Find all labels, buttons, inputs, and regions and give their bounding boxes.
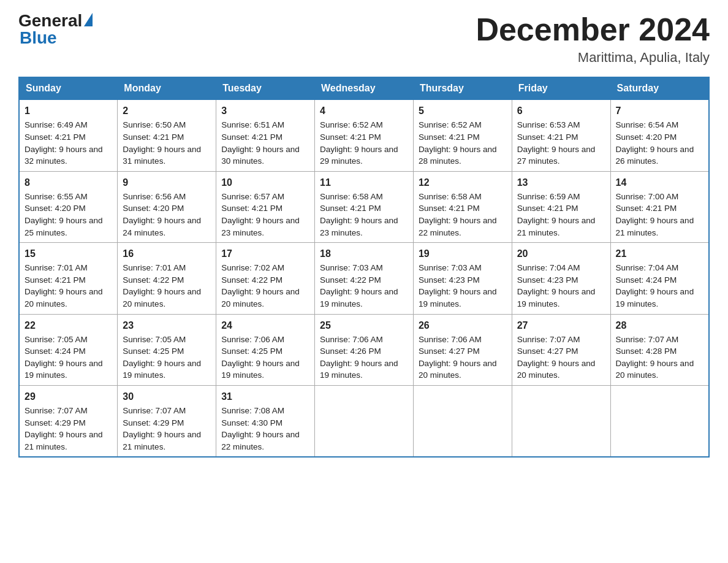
daylight-text: Daylight: 9 hours and 23 minutes. <box>320 216 398 237</box>
day-number: 16 <box>123 247 211 261</box>
day-number: 8 <box>25 175 112 190</box>
day-number: 30 <box>123 389 211 404</box>
day-number: 10 <box>221 175 309 190</box>
daylight-text: Daylight: 9 hours and 19 minutes. <box>320 359 398 380</box>
sunset-text: Sunset: 4:22 PM <box>123 275 184 285</box>
calendar-cell <box>413 385 512 457</box>
calendar-cell: 23Sunrise: 7:05 AMSunset: 4:25 PMDayligh… <box>118 314 216 385</box>
sunset-text: Sunset: 4:21 PM <box>221 132 282 142</box>
sunset-text: Sunset: 4:21 PM <box>419 132 480 142</box>
daylight-text: Daylight: 9 hours and 19 minutes. <box>123 359 201 380</box>
sunrise-text: Sunrise: 6:54 AM <box>616 120 679 129</box>
daylight-text: Daylight: 9 hours and 22 minutes. <box>419 216 497 237</box>
calendar-cell: 2Sunrise: 6:50 AMSunset: 4:21 PMDaylight… <box>118 99 216 171</box>
day-number: 2 <box>123 104 211 118</box>
sunset-text: Sunset: 4:24 PM <box>25 347 86 356</box>
sunrise-text: Sunrise: 7:01 AM <box>25 263 88 272</box>
calendar-week-row: 22Sunrise: 7:05 AMSunset: 4:24 PMDayligh… <box>19 314 709 385</box>
day-number: 11 <box>320 175 408 190</box>
daylight-text: Daylight: 9 hours and 20 minutes. <box>517 359 596 380</box>
sunrise-text: Sunrise: 6:56 AM <box>123 192 186 201</box>
sunrise-text: Sunrise: 7:05 AM <box>25 335 88 344</box>
calendar-cell: 3Sunrise: 6:51 AMSunset: 4:21 PMDaylight… <box>216 99 315 171</box>
sunset-text: Sunset: 4:24 PM <box>616 275 677 285</box>
calendar-cell: 7Sunrise: 6:54 AMSunset: 4:20 PMDaylight… <box>610 99 709 171</box>
day-number: 23 <box>123 318 211 332</box>
daylight-text: Daylight: 9 hours and 28 minutes. <box>419 145 497 166</box>
sunset-text: Sunset: 4:20 PM <box>616 132 677 142</box>
calendar-cell: 26Sunrise: 7:06 AMSunset: 4:27 PMDayligh… <box>413 314 512 385</box>
daylight-text: Daylight: 9 hours and 20 minutes. <box>123 287 201 308</box>
sunrise-text: Sunrise: 7:03 AM <box>419 263 482 272</box>
sunset-text: Sunset: 4:21 PM <box>25 275 86 285</box>
calendar-cell: 12Sunrise: 6:58 AMSunset: 4:21 PMDayligh… <box>413 171 512 242</box>
daylight-text: Daylight: 9 hours and 32 minutes. <box>25 145 103 166</box>
sunset-text: Sunset: 4:27 PM <box>419 347 480 356</box>
daylight-text: Daylight: 9 hours and 21 minutes. <box>616 216 694 237</box>
daylight-text: Daylight: 9 hours and 22 minutes. <box>221 430 300 451</box>
daylight-text: Daylight: 9 hours and 20 minutes. <box>419 359 497 380</box>
day-number: 18 <box>320 247 408 261</box>
daylight-text: Daylight: 9 hours and 20 minutes. <box>221 287 300 308</box>
sunrise-text: Sunrise: 6:52 AM <box>419 120 482 129</box>
sunrise-text: Sunrise: 6:49 AM <box>25 120 88 129</box>
calendar-cell: 13Sunrise: 6:59 AMSunset: 4:21 PMDayligh… <box>512 171 610 242</box>
day-number: 31 <box>221 389 309 404</box>
logo-triangle-icon <box>84 13 93 26</box>
sunset-text: Sunset: 4:27 PM <box>517 347 578 356</box>
day-of-week-header: Monday <box>118 77 216 99</box>
sunset-text: Sunset: 4:22 PM <box>221 275 282 285</box>
calendar-cell: 8Sunrise: 6:55 AMSunset: 4:20 PMDaylight… <box>19 171 118 242</box>
sunset-text: Sunset: 4:21 PM <box>221 204 282 213</box>
sunset-text: Sunset: 4:21 PM <box>320 132 381 142</box>
sunrise-text: Sunrise: 7:07 AM <box>123 406 186 415</box>
calendar-week-row: 29Sunrise: 7:07 AMSunset: 4:29 PMDayligh… <box>19 385 709 457</box>
sunrise-text: Sunrise: 6:51 AM <box>221 120 284 129</box>
sunrise-text: Sunrise: 7:03 AM <box>320 263 383 272</box>
calendar-cell: 16Sunrise: 7:01 AMSunset: 4:22 PMDayligh… <box>118 243 216 314</box>
daylight-text: Daylight: 9 hours and 19 minutes. <box>419 287 497 308</box>
daylight-text: Daylight: 9 hours and 27 minutes. <box>517 145 596 166</box>
day-number: 26 <box>419 318 507 332</box>
calendar-cell: 9Sunrise: 6:56 AMSunset: 4:20 PMDaylight… <box>118 171 216 242</box>
sunset-text: Sunset: 4:28 PM <box>616 347 677 356</box>
daylight-text: Daylight: 9 hours and 19 minutes. <box>616 287 694 308</box>
title-block: December 2024 Marittima, Apulia, Italy <box>476 12 710 66</box>
sunset-text: Sunset: 4:25 PM <box>123 347 184 356</box>
sunrise-text: Sunrise: 7:01 AM <box>123 263 186 272</box>
day-number: 9 <box>123 175 211 190</box>
calendar-cell <box>512 385 610 457</box>
sunrise-text: Sunrise: 6:50 AM <box>123 120 186 129</box>
sunrise-text: Sunrise: 7:04 AM <box>517 263 580 272</box>
calendar-header: SundayMondayTuesdayWednesdayThursdayFrid… <box>19 77 709 99</box>
sunrise-text: Sunrise: 7:02 AM <box>221 263 284 272</box>
calendar-table: SundayMondayTuesdayWednesdayThursdayFrid… <box>18 77 710 458</box>
sunset-text: Sunset: 4:22 PM <box>320 275 381 285</box>
day-number: 29 <box>25 389 112 404</box>
daylight-text: Daylight: 9 hours and 21 minutes. <box>25 430 103 451</box>
daylight-text: Daylight: 9 hours and 19 minutes. <box>221 359 300 380</box>
sunrise-text: Sunrise: 6:52 AM <box>320 120 383 129</box>
calendar-cell: 27Sunrise: 7:07 AMSunset: 4:27 PMDayligh… <box>512 314 610 385</box>
sunset-text: Sunset: 4:21 PM <box>320 204 381 213</box>
daylight-text: Daylight: 9 hours and 19 minutes. <box>25 359 103 380</box>
sunrise-text: Sunrise: 6:58 AM <box>419 192 482 201</box>
day-number: 25 <box>320 318 408 332</box>
day-number: 5 <box>419 104 507 118</box>
day-number: 19 <box>419 247 507 261</box>
sunrise-text: Sunrise: 7:07 AM <box>517 335 580 344</box>
sunset-text: Sunset: 4:23 PM <box>517 275 578 285</box>
sunrise-text: Sunrise: 7:06 AM <box>320 335 383 344</box>
location-subtitle: Marittima, Apulia, Italy <box>476 50 710 66</box>
calendar-cell: 1Sunrise: 6:49 AMSunset: 4:21 PMDaylight… <box>19 99 118 171</box>
calendar-cell: 24Sunrise: 7:06 AMSunset: 4:25 PMDayligh… <box>216 314 315 385</box>
calendar-cell: 29Sunrise: 7:07 AMSunset: 4:29 PMDayligh… <box>19 385 118 457</box>
sunrise-text: Sunrise: 6:57 AM <box>221 192 284 201</box>
calendar-cell: 30Sunrise: 7:07 AMSunset: 4:29 PMDayligh… <box>118 385 216 457</box>
calendar-cell: 18Sunrise: 7:03 AMSunset: 4:22 PMDayligh… <box>315 243 414 314</box>
calendar-cell: 17Sunrise: 7:02 AMSunset: 4:22 PMDayligh… <box>216 243 315 314</box>
calendar-cell: 15Sunrise: 7:01 AMSunset: 4:21 PMDayligh… <box>19 243 118 314</box>
sunrise-text: Sunrise: 7:07 AM <box>25 406 88 415</box>
day-number: 21 <box>616 247 703 261</box>
calendar-cell: 28Sunrise: 7:07 AMSunset: 4:28 PMDayligh… <box>610 314 709 385</box>
